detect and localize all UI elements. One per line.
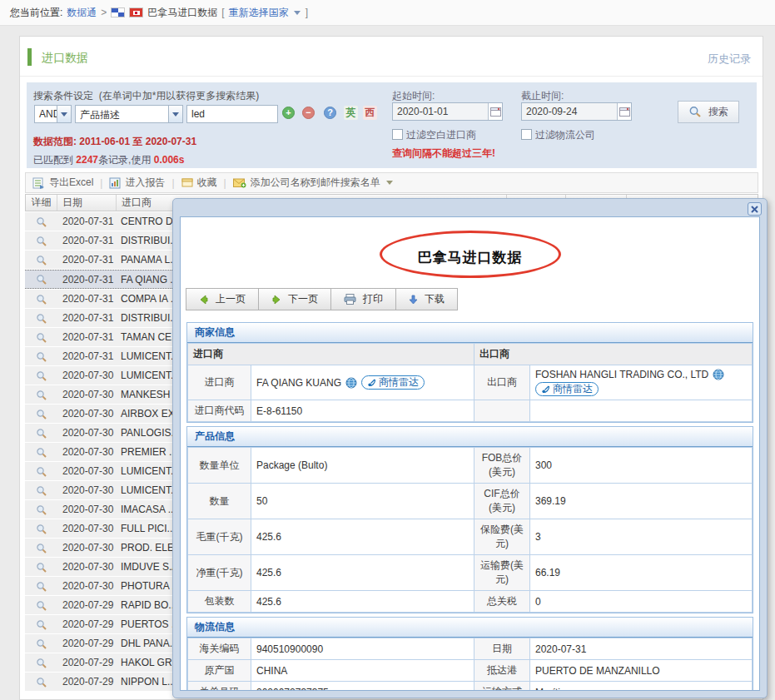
close-icon[interactable] [748, 202, 762, 216]
report-icon [109, 177, 121, 189]
detail-cell[interactable] [25, 447, 57, 458]
field-label: 抵达港 [474, 660, 530, 682]
field-label: 日期 [474, 638, 530, 660]
detail-cell[interactable] [25, 600, 57, 611]
enter-report-label: 进入报告 [125, 176, 165, 190]
match-time: 0.006s [154, 154, 185, 166]
favorite-icon [181, 177, 193, 188]
end-date-input[interactable]: 2020-09-24 [521, 102, 632, 121]
reselect-country-link[interactable]: 重新选择国家 [229, 6, 289, 20]
favorite-button[interactable]: 收藏 [181, 176, 217, 190]
search-icon [688, 106, 702, 118]
lang-spanish-button[interactable]: 西 [363, 106, 377, 120]
detail-cell[interactable] [25, 274, 57, 285]
column-header-date[interactable]: 日期 [57, 195, 117, 211]
start-date-input[interactable]: 2020-01-01 [392, 102, 503, 121]
globe-icon[interactable] [713, 369, 724, 380]
date-cell: 2020-07-31 [57, 274, 116, 285]
date-cell: 2020-07-30 [57, 484, 116, 496]
view-detail-icon [36, 313, 47, 324]
view-detail-icon [36, 677, 47, 688]
print-button[interactable]: 打印 [330, 288, 396, 310]
calendar-icon[interactable] [617, 103, 631, 120]
search-field-select[interactable]: 产品描述 [75, 105, 183, 123]
detail-cell[interactable] [25, 677, 57, 688]
checkbox-filter-logistics[interactable] [521, 129, 532, 140]
prev-page-button[interactable]: 上一页 [186, 288, 259, 310]
detail-cell[interactable] [25, 294, 57, 305]
detail-cell[interactable] [25, 485, 57, 496]
detail-cell[interactable] [25, 658, 57, 668]
exporter-radar-badge[interactable]: 商情雷达 [535, 382, 599, 396]
add-condition-icon[interactable]: + [282, 107, 295, 119]
importer-label: 进口商 [188, 365, 251, 400]
detail-cell[interactable] [25, 638, 57, 649]
merchant-row: 进口商 FA QIANG KUANG 商情雷达 出口商 [188, 365, 753, 400]
history-link[interactable]: 历史记录 [708, 52, 751, 67]
modal-body: 巴拿马进口数据 上一页 下一页 打印 下载 商家信息 [180, 216, 760, 691]
help-icon[interactable]: ? [324, 107, 336, 119]
detail-cell[interactable] [25, 409, 57, 420]
field-label: 包装数 [188, 591, 251, 613]
radar-badge-label: 商情雷达 [553, 382, 593, 396]
lang-english-button[interactable]: 英 [344, 106, 358, 120]
field-label: 关单号码 [188, 682, 251, 692]
search-field-value: 产品描述 [76, 106, 168, 122]
merchant-subheader-row: 进口商 出口商 [188, 344, 753, 365]
match-prefix: 已匹配到 [33, 154, 73, 166]
export-excel-icon [32, 177, 45, 189]
bracket-close: ] [306, 7, 308, 18]
date-cell: 2020-07-30 [57, 542, 116, 554]
detail-cell[interactable] [25, 390, 57, 400]
search-button-label: 搜索 [708, 105, 728, 119]
field-value: 300 [530, 448, 753, 484]
field-label: 数量 [188, 484, 251, 519]
add-company-to-mail-button[interactable]: 添加公司名称到邮件搜索名单 [233, 176, 393, 190]
export-excel-button[interactable]: 导出Excel [32, 176, 93, 190]
detail-cell[interactable] [25, 581, 57, 592]
breadcrumb-home-link[interactable]: 数据通 [67, 6, 97, 20]
calendar-icon[interactable] [488, 103, 502, 120]
logistics-row: 原产国CHINA抵达港PUERTO DE MANZANILLO [188, 660, 753, 682]
field-value: Package (Bulto) [251, 448, 474, 484]
export-excel-label: 导出Excel [49, 176, 93, 190]
enter-report-button[interactable]: 进入报告 [109, 176, 165, 190]
detail-cell[interactable] [25, 466, 57, 477]
globe-icon[interactable] [345, 377, 357, 389]
detail-cell[interactable] [25, 619, 57, 630]
detail-cell[interactable] [25, 524, 57, 534]
detail-cell[interactable] [25, 562, 57, 573]
detail-cell[interactable] [25, 216, 57, 227]
detail-cell[interactable] [25, 370, 57, 381]
detail-cell[interactable] [25, 255, 57, 266]
detail-cell[interactable] [25, 313, 57, 324]
checkbox-filter-blank-importer[interactable] [392, 129, 403, 140]
download-button[interactable]: 下载 [395, 288, 458, 310]
view-detail-icon [36, 236, 47, 246]
modal-title: 巴拿马进口数据 [186, 248, 753, 267]
product-row: 包装数425.6总关税0 [188, 591, 753, 613]
column-header-detail[interactable]: 详细 [26, 195, 57, 211]
remove-condition-icon[interactable]: − [302, 107, 315, 119]
date-cell: 2020-07-30 [57, 446, 116, 458]
detail-cell[interactable] [25, 332, 57, 343]
keyword-input[interactable] [186, 105, 278, 123]
search-title: 搜索条件设定 [33, 90, 93, 102]
detail-cell[interactable] [25, 236, 57, 246]
importer-radar-badge[interactable]: 商情雷达 [361, 375, 425, 390]
view-detail-icon [36, 638, 47, 649]
detail-cell[interactable] [25, 543, 57, 554]
detail-cell[interactable] [25, 351, 57, 362]
next-page-button[interactable]: 下一页 [258, 288, 331, 310]
detail-cell[interactable] [25, 428, 57, 439]
radar-badge-label: 商情雷达 [379, 375, 419, 390]
view-detail-icon [36, 274, 47, 285]
bool-operator-select[interactable]: AND [34, 105, 72, 123]
view-detail-icon [36, 409, 47, 420]
date-cell: 2020-07-30 [57, 523, 116, 534]
country-flag-icon-1 [111, 7, 125, 17]
favorite-label: 收藏 [197, 176, 217, 190]
view-detail-icon [36, 294, 47, 305]
search-button[interactable]: 搜索 [678, 101, 739, 123]
detail-cell[interactable] [25, 504, 57, 515]
